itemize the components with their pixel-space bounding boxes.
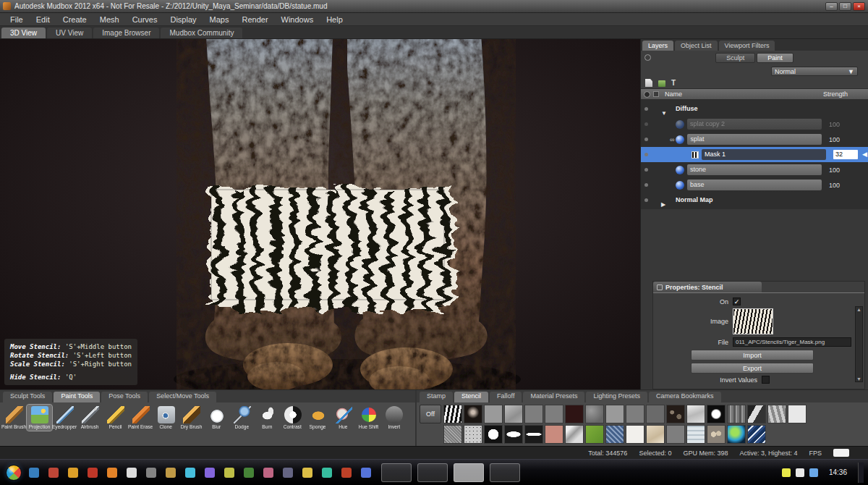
tool-button[interactable]: Blur [204,405,229,431]
stencil-thumbnail[interactable] [443,425,462,444]
menu-item[interactable]: File [4,14,29,25]
tray-icon[interactable] [796,468,804,477]
asset-tray-tab[interactable]: Stamp [420,392,453,402]
stencil-thumbnail[interactable] [585,405,604,423]
menu-item[interactable]: Mesh [94,14,125,25]
tool-button[interactable]: Hue [331,405,356,431]
tool-button[interactable]: Pencil [103,405,128,431]
stencil-thumbnail[interactable] [605,425,624,444]
import-button[interactable]: Import [691,350,814,360]
maximize-button[interactable]: □ [839,2,851,11]
layer-visibility-dot[interactable] [644,198,648,202]
taskbar-app-icon[interactable] [224,468,234,478]
tool-button[interactable]: Sponge [305,405,331,431]
taskbar-clock[interactable]: 14:36 [823,468,853,476]
stencil-thumbnail[interactable] [686,425,705,444]
tool-button[interactable]: Eyedropper [52,405,77,431]
layer-name[interactable]: Mask 1 [702,149,826,160]
tool-button[interactable]: Invert [381,405,407,431]
stencil-thumbnail[interactable] [727,425,746,444]
stencil-thumbnail[interactable] [686,405,705,423]
layer-name[interactable]: splat [687,134,822,145]
stencil-thumbnail[interactable] [585,425,604,444]
stencil-thumbnail[interactable] [666,425,685,444]
stencil-image-thumbnail[interactable] [733,308,773,334]
layer-menu-icon[interactable] [644,54,651,61]
new-group-icon[interactable] [658,80,665,87]
stencil-thumbnail[interactable] [646,405,665,423]
layer-row[interactable]: Diffuse [641,101,868,117]
panel-tab[interactable]: Viewport Filters [719,41,775,51]
tool-button[interactable]: Clone [153,405,179,431]
stencil-thumbnail[interactable] [747,405,766,423]
view-tab[interactable]: Image Browser [93,28,159,38]
stencil-thumbnail[interactable] [504,425,523,444]
layer-name[interactable]: base [687,180,822,190]
layer-strength-value[interactable]: 100 [829,166,858,174]
stencil-thumbnail[interactable] [504,405,523,423]
show-desktop-button[interactable] [858,463,864,483]
layer-visibility-dot[interactable] [644,107,648,111]
new-layer-icon[interactable] [645,79,652,87]
taskbar-app-icon[interactable] [68,468,78,478]
properties-scrollbar[interactable] [855,306,863,382]
tool-button[interactable]: Paint Erase [128,405,153,431]
menu-item[interactable]: Display [164,14,202,25]
menu-item[interactable]: Edit [30,14,56,25]
stencil-thumbnail[interactable] [484,405,503,423]
layer-visibility-dot[interactable] [644,138,648,141]
layer-row[interactable]: splat copy 2 100 [641,117,868,132]
taskbar-app-icon[interactable] [48,468,59,478]
tool-button[interactable]: Paint Brush [1,405,27,431]
taskbar-window-button[interactable] [454,463,484,482]
layer-row[interactable]: base 100 [641,177,868,193]
3d-viewport[interactable]: Move Stencil: 'S'+Middle button Rotate S… [0,39,640,389]
asset-tray-tab[interactable]: Stencil [454,392,488,402]
asset-tray-tab[interactable]: Material Presets [523,392,584,402]
stencil-thumbnail[interactable] [545,425,563,444]
tool-tray-tab[interactable]: Select/Move Tools [149,392,216,402]
stencil-thumbnail[interactable] [464,425,482,444]
stencil-thumbnail[interactable] [626,425,644,444]
layer-name[interactable]: splat copy 2 [687,119,822,130]
taskbar-app-icon[interactable] [341,468,352,478]
taskbar-app-icon[interactable] [146,468,156,478]
tray-icon[interactable] [782,468,791,477]
layer-row[interactable]: Mask 1 32 ◀ [641,147,868,162]
menu-item[interactable]: Curves [127,14,163,25]
taskbar-window-button[interactable] [381,463,412,482]
minimize-button[interactable]: – [825,2,838,11]
invert-values-checkbox[interactable] [762,376,770,384]
title-bar[interactable]: Autodesk Mudbox 2012 x64 - Not For Resal… [0,0,868,13]
text-tool-icon[interactable]: T [671,79,676,87]
taskbar-app-icon[interactable] [88,468,98,478]
view-tab[interactable]: Mudbox Community [161,28,242,38]
layer-row[interactable]: Normal Map [641,193,868,208]
asset-tray-tab[interactable]: Lighting Presets [586,392,647,402]
tool-tray-tab[interactable]: Paint Tools [54,392,100,402]
taskbar-app-icon[interactable] [361,468,371,478]
taskbar-app-icon[interactable] [302,468,312,478]
asset-tray-tab[interactable]: Camera Bookmarks [649,392,721,402]
tool-button[interactable]: Hue Shift [356,405,381,431]
stencil-thumbnail[interactable] [626,405,644,423]
tool-button[interactable]: Dodge [229,405,255,431]
stencil-thumbnail[interactable] [788,405,807,423]
taskbar-app-icon[interactable] [185,468,195,478]
on-checkbox[interactable]: ✓ [733,298,741,305]
stencil-thumbnail[interactable] [545,405,563,423]
stencil-thumbnail[interactable] [565,425,584,444]
stencil-thumbnail[interactable] [605,405,624,423]
layer-name[interactable]: Normal Map [673,195,822,206]
taskbar-app-icon[interactable] [29,468,39,478]
layer-row[interactable]: stone 100 [641,162,868,177]
layer-name[interactable]: Diffuse [673,104,822,114]
stencil-thumbnail[interactable] [646,425,665,444]
stencil-thumbnail[interactable] [524,405,543,423]
taskbar-window-button[interactable] [490,463,520,482]
layer-strength-value[interactable]: 100 [829,136,858,143]
tool-tray-tab[interactable]: Sculpt Tools [3,392,52,402]
tool-button[interactable]: Projection [27,405,52,431]
layer-visibility-dot[interactable] [644,183,648,187]
layer-visibility-dot[interactable] [644,122,648,126]
